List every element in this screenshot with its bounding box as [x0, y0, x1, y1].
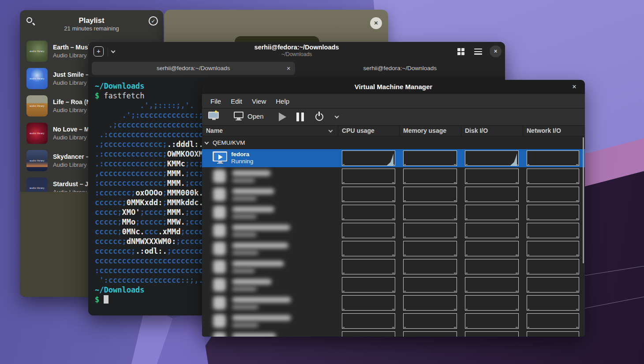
sparkline-mark — [404, 327, 406, 328]
vm-row-blurred[interactable] — [202, 240, 585, 258]
sparkline-mark — [454, 291, 456, 292]
sparkline-mark — [576, 291, 578, 292]
usage-spike — [510, 154, 517, 165]
vm-monitor-icon-blurred — [213, 242, 226, 255]
vm-monitor-icon-blurred — [213, 260, 226, 274]
sparkline-mark — [576, 218, 578, 219]
usage-sparkline — [465, 313, 519, 329]
usage-sparkline — [527, 187, 579, 202]
vm-row-blurred[interactable] — [202, 312, 585, 330]
column-header-memory-usage[interactable]: Memory usage — [399, 126, 461, 136]
vmm-menubar: FileEditViewHelp — [202, 94, 585, 109]
sparkline-mark — [528, 236, 529, 237]
usage-sparkline — [342, 223, 395, 238]
open-vm-button[interactable]: Open — [234, 112, 264, 120]
sparkline-mark — [576, 182, 578, 183]
usage-sparkline — [403, 223, 457, 238]
vm-row-blurred[interactable] — [202, 258, 585, 276]
sparkline-mark — [576, 200, 578, 201]
sparkline-mark — [516, 200, 518, 201]
sparkline-mark — [576, 273, 578, 274]
usage-sparkline — [342, 277, 395, 293]
column-header-name[interactable]: Name — [202, 126, 338, 136]
vm-row-blurred[interactable] — [202, 294, 585, 312]
menu-edit[interactable]: Edit — [227, 96, 246, 107]
usage-sparkline — [527, 169, 579, 184]
usage-sparkline — [465, 295, 519, 311]
menu-file[interactable]: File — [206, 96, 225, 107]
usage-sparkline — [465, 205, 519, 220]
sparkline-mark — [392, 309, 394, 310]
column-header-network-i-o[interactable]: Network I/O — [523, 126, 585, 136]
usage-sparkline — [465, 150, 519, 166]
sparkline-mark — [454, 164, 456, 165]
tab-overview-icon[interactable] — [457, 48, 464, 55]
sparkline-mark — [516, 236, 518, 237]
vm-row-blurred[interactable] — [202, 221, 585, 240]
vm-row-blurred[interactable] — [202, 185, 585, 203]
sparkline-mark — [404, 200, 406, 201]
open-label: Open — [247, 113, 264, 120]
album-art-label: audio library — [26, 159, 48, 162]
column-header-cpu-usage[interactable]: CPU usage — [338, 126, 399, 136]
vm-row-blurred[interactable] — [202, 203, 585, 221]
vm-name-blurred — [232, 279, 272, 285]
vm-row-blurred[interactable] — [202, 330, 585, 337]
usage-sparkline — [342, 169, 395, 184]
sparkline-mark — [466, 309, 468, 310]
terminal-tab-active[interactable]: serhii@fedora:~/Downloads × — [92, 62, 295, 75]
usage-sparkline — [342, 331, 395, 337]
usage-sparkline — [403, 295, 457, 311]
vm-row-selected[interactable]: fedoraRunning — [202, 149, 585, 167]
vmm-titlebar: Virtual Machine Manager × — [202, 80, 585, 94]
usage-sparkline — [527, 241, 579, 256]
terminal-tab-inactive[interactable]: serhii@fedora:~/Downloads — [299, 62, 502, 75]
menu-view[interactable]: View — [248, 96, 270, 107]
sparkline-mark — [576, 327, 578, 328]
menu-icon[interactable] — [474, 49, 482, 55]
scrollbar[interactable] — [583, 137, 584, 263]
usage-sparkline — [465, 241, 519, 256]
shutdown-vm-icon[interactable] — [315, 113, 324, 121]
usage-sparkline — [465, 259, 519, 274]
sparkline-mark — [528, 200, 529, 201]
vm-status: Running — [231, 158, 253, 165]
sparkline-mark — [516, 218, 518, 219]
chevron-down-icon[interactable] — [335, 114, 339, 119]
column-header-disk-i-o[interactable]: Disk I/O — [461, 126, 523, 136]
menu-help[interactable]: Help — [272, 96, 293, 107]
close-icon[interactable]: × — [370, 17, 382, 29]
sparkline-mark — [404, 182, 406, 183]
vm-monitor-icon-blurred — [213, 332, 226, 337]
sparkline-mark — [392, 291, 394, 292]
vm-monitor-icon-blurred — [213, 169, 226, 183]
sparkline-mark — [454, 309, 456, 310]
vm-status-blurred — [232, 287, 257, 291]
vm-row-blurred[interactable] — [202, 167, 585, 185]
new-vm-button[interactable]: ✦ — [208, 112, 220, 120]
vm-row-blurred[interactable] — [202, 276, 585, 294]
select-check-icon[interactable]: ✓ — [149, 16, 158, 26]
vm-status-blurred — [232, 214, 257, 219]
sparkline-mark — [454, 182, 456, 183]
sparkline-mark — [343, 236, 344, 237]
close-icon[interactable]: × — [568, 80, 580, 94]
album-art-label: audio library — [26, 77, 48, 80]
sparkline-mark — [528, 273, 529, 274]
sparkline-mark — [343, 309, 344, 310]
vm-monitor-icon-blurred — [213, 224, 226, 237]
usage-sparkline — [403, 331, 457, 337]
vm-group-row[interactable]: QEMU/KVM — [202, 136, 585, 149]
run-vm-icon[interactable] — [279, 113, 286, 121]
sparkline-mark — [466, 236, 468, 237]
tab-close-icon[interactable]: × — [287, 62, 291, 75]
terminal-title: serhii@fedora:~/Downloads — [88, 44, 505, 51]
usage-sparkline — [527, 223, 579, 238]
usage-sparkline — [403, 150, 457, 166]
pause-vm-icon[interactable] — [296, 113, 304, 121]
vm-status-blurred — [232, 196, 257, 201]
sparkline-mark — [454, 218, 456, 219]
search-icon[interactable] — [26, 17, 36, 26]
close-icon[interactable]: × — [490, 45, 502, 57]
sparkline-mark — [466, 255, 468, 255]
